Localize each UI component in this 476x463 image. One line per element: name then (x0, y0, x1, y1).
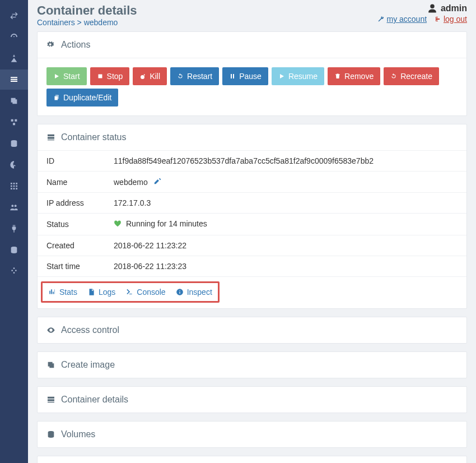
breadcrumb: Containers > webdemo (37, 18, 137, 27)
name-label: Name (38, 172, 105, 193)
recreate-button[interactable]: Recreate (384, 67, 439, 85)
edit-name-button[interactable] (153, 177, 161, 185)
nav-swap-icon[interactable] (0, 6, 28, 26)
inspect-link[interactable]: Inspect (176, 288, 212, 297)
volumes-panel[interactable]: Volumes (37, 421, 467, 448)
file-icon (87, 288, 95, 296)
remove-button[interactable]: Remove (328, 67, 380, 85)
copy-icon (53, 94, 60, 101)
nav-events-icon[interactable] (0, 155, 28, 175)
logout-link[interactable]: log out (435, 15, 467, 24)
logs-link[interactable]: Logs (87, 288, 115, 297)
container-details-title: Container details (61, 395, 128, 405)
refresh-icon (177, 73, 184, 80)
status-table: ID11f9da88f549eaf12076523b537dfa7aba7cc5… (38, 151, 466, 308)
nav-plug-icon[interactable] (0, 219, 28, 239)
terminal-icon (125, 288, 133, 296)
trash-icon (334, 73, 341, 80)
table-row: Start time2018-06-22 11:23:23 (38, 256, 466, 277)
nav-volumes-icon[interactable] (0, 133, 28, 154)
info-icon (176, 288, 184, 296)
nav-grid-icon[interactable] (0, 176, 28, 196)
table-row: ID11f9da88f549eaf12076523b537dfa7aba7cc5… (38, 151, 466, 172)
pause-icon (229, 73, 236, 80)
play-icon (278, 73, 285, 80)
edit-icon (153, 177, 161, 185)
volumes-title: Volumes (61, 429, 95, 439)
stop-icon (97, 73, 104, 80)
table-row: Name webdemo (38, 172, 466, 193)
start-button[interactable]: Start (46, 67, 87, 85)
nav-settings-icon[interactable] (0, 261, 28, 281)
ip-label: IP address (38, 193, 105, 214)
heartbeat-icon (114, 220, 122, 228)
duplicate-edit-button[interactable]: Duplicate/Edit (46, 89, 118, 107)
status-value: Running for 14 minutes (126, 219, 207, 228)
created-label: Created (38, 235, 105, 256)
clone-icon (46, 360, 55, 369)
access-title: Access control (61, 325, 119, 335)
nav-dashboard-icon[interactable] (0, 27, 28, 47)
restart-button[interactable]: Restart (170, 67, 219, 85)
networks-panel[interactable]: Connected networks (37, 456, 467, 463)
eye-icon (46, 326, 55, 335)
nav-users-icon[interactable] (0, 197, 28, 217)
access-control-panel[interactable]: Access control (37, 317, 467, 344)
user-icon (427, 3, 437, 13)
logout-icon (435, 16, 441, 22)
nav-apps-icon[interactable] (0, 48, 28, 68)
status-panel: Container status ID11f9da88f549eaf120765… (37, 124, 467, 309)
name-value: webdemo (114, 178, 148, 187)
kill-button[interactable]: Kill (133, 67, 167, 85)
actions-button-row: Start Stop Kill Restart Pause Resume Rem… (46, 67, 458, 107)
main-content: Container details Containers > webdemo a… (28, 0, 476, 463)
actions-title: Actions (61, 40, 90, 50)
resume-button[interactable]: Resume (272, 67, 324, 85)
cogs-icon (46, 40, 55, 49)
bomb-icon (139, 73, 146, 80)
nav-networks-icon[interactable] (0, 112, 28, 132)
nav-images-icon[interactable] (0, 91, 28, 111)
stats-link[interactable]: Stats (48, 288, 77, 297)
table-row: Stats Logs Console Inspect (38, 277, 466, 309)
page-header: Container details Containers > webdemo a… (37, 0, 467, 31)
start-label: Start time (38, 256, 105, 277)
console-link[interactable]: Console (125, 288, 165, 297)
table-row: Status Running for 14 minutes (38, 214, 466, 235)
breadcrumb-containers-link[interactable]: Containers (37, 18, 75, 27)
create-image-title: Create image (61, 360, 115, 370)
chart-icon (48, 288, 56, 296)
actions-panel: Actions Start Stop Kill Restart Pause Re… (37, 31, 467, 116)
breadcrumb-current-link[interactable]: webdemo (84, 18, 118, 27)
database-icon (46, 430, 55, 439)
start-value: 2018-06-22 11:23:23 (105, 256, 466, 277)
status-title: Container status (61, 132, 127, 142)
server-icon (46, 133, 55, 142)
pause-button[interactable]: Pause (222, 67, 268, 85)
sidebar (0, 0, 28, 463)
create-image-panel[interactable]: Create image (37, 351, 467, 378)
my-account-link[interactable]: my account (377, 15, 427, 24)
id-value: 11f9da88f549eaf12076523b537dfa7aba7cc5cf… (105, 151, 466, 172)
page-title: Container details (37, 3, 137, 18)
wrench-icon (377, 16, 384, 22)
nav-database-icon[interactable] (0, 240, 28, 260)
table-row: IP address172.17.0.3 (38, 193, 466, 214)
created-value: 2018-06-22 11:23:22 (105, 235, 466, 256)
container-details-panel[interactable]: Container details (37, 386, 467, 413)
stop-button[interactable]: Stop (90, 67, 130, 85)
table-row: Created2018-06-22 11:23:22 (38, 235, 466, 256)
refresh-icon (390, 73, 397, 80)
status-label: Status (38, 214, 105, 235)
current-user: admin (372, 3, 467, 13)
ip-value: 172.17.0.3 (105, 193, 466, 214)
play-icon (53, 73, 60, 80)
id-label: ID (38, 151, 105, 172)
server-icon (46, 395, 55, 404)
quick-links-highlight: Stats Logs Console Inspect (41, 281, 220, 303)
nav-containers-icon[interactable] (0, 70, 28, 90)
